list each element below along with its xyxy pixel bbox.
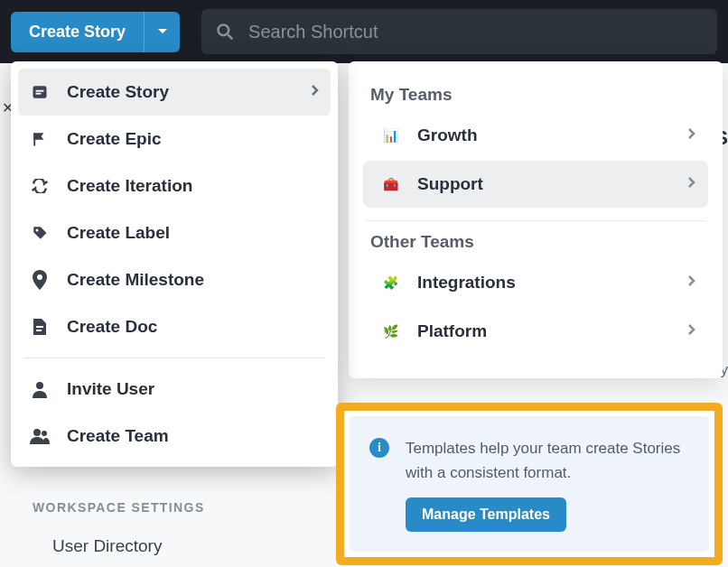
- menu-item-invite-user[interactable]: Invite User: [11, 366, 338, 413]
- team-row-growth[interactable]: 📊 Growth: [363, 112, 708, 159]
- workspace-user-directory[interactable]: User Directory: [52, 536, 205, 556]
- svg-line-1: [228, 34, 232, 39]
- chevron-right-icon: [687, 323, 695, 339]
- team-row-platform[interactable]: 🌿 Platform: [363, 308, 708, 355]
- team-label: Platform: [417, 321, 487, 341]
- iteration-icon: [27, 173, 52, 199]
- teams-divider: [367, 220, 705, 221]
- menu-item-create-story[interactable]: Create Story: [18, 69, 331, 116]
- svg-point-0: [219, 25, 229, 36]
- chevron-right-icon: [687, 274, 695, 291]
- svg-point-11: [33, 429, 41, 436]
- menu-item-label: Create Story: [67, 82, 169, 102]
- menu-item-label: Create Label: [67, 223, 170, 243]
- team-row-integrations[interactable]: 🧩 Integrations: [363, 259, 708, 306]
- svg-point-12: [42, 431, 47, 436]
- search-icon: [216, 23, 234, 41]
- chevron-right-icon: [687, 127, 695, 144]
- integrations-team-icon: 🧩: [379, 272, 401, 293]
- team-row-support[interactable]: 🧰 Support: [363, 161, 708, 208]
- search-bar[interactable]: [201, 9, 717, 54]
- teams-panel: My Teams 📊 Growth 🧰 Support Other Teams …: [349, 61, 723, 378]
- create-story-split-button: Create Story: [11, 12, 180, 52]
- support-team-icon: 🧰: [379, 173, 401, 195]
- milestone-icon: [27, 267, 52, 293]
- menu-item-label: Create Milestone: [67, 270, 204, 290]
- svg-point-6: [36, 229, 39, 232]
- search-input[interactable]: [248, 22, 703, 42]
- info-icon: i: [369, 438, 389, 458]
- svg-point-10: [36, 382, 43, 389]
- growth-team-icon: 📊: [379, 125, 401, 146]
- create-story-button[interactable]: Create Story: [11, 12, 144, 52]
- menu-item-create-label[interactable]: Create Label: [11, 209, 338, 256]
- user-icon: [27, 376, 52, 402]
- svg-rect-5: [33, 133, 35, 145]
- workspace-settings-heading: WORKSPACE SETTINGS: [33, 500, 205, 515]
- menu-item-create-iteration[interactable]: Create Iteration: [11, 163, 338, 209]
- menu-item-label: Create Epic: [67, 129, 162, 149]
- menu-item-label: Create Iteration: [67, 176, 192, 196]
- templates-callout: i Templates help your team create Storie…: [336, 403, 723, 565]
- create-story-dropdown-toggle[interactable]: [144, 12, 180, 52]
- templates-text: Templates help your team create Stories …: [406, 436, 689, 485]
- menu-item-label: Invite User: [67, 379, 154, 399]
- story-icon: [27, 79, 52, 105]
- svg-rect-9: [36, 330, 42, 331]
- svg-rect-3: [36, 90, 44, 92]
- epic-icon: [27, 126, 52, 152]
- team-label: Integrations: [417, 273, 516, 293]
- menu-item-label: Create Team: [67, 426, 169, 446]
- doc-icon: [27, 314, 52, 339]
- chevron-right-icon: [687, 176, 695, 192]
- manage-templates-button[interactable]: Manage Templates: [406, 497, 566, 532]
- svg-rect-4: [36, 93, 42, 95]
- menu-divider: [23, 358, 325, 358]
- menu-item-create-doc[interactable]: Create Doc: [11, 303, 338, 350]
- menu-item-create-team[interactable]: Create Team: [11, 413, 338, 460]
- templates-inner: i Templates help your team create Storie…: [350, 416, 709, 552]
- menu-item-label: Create Doc: [67, 317, 157, 337]
- caret-down-icon: [157, 28, 168, 35]
- templates-content: Templates help your team create Stories …: [406, 436, 689, 532]
- create-dropdown-menu: Create Story Create Epic Create Iteratio…: [11, 61, 338, 467]
- team-label: Growth: [417, 125, 478, 145]
- workspace-settings-section: WORKSPACE SETTINGS User Directory: [33, 500, 205, 556]
- label-icon: [27, 220, 52, 246]
- svg-rect-8: [36, 326, 43, 328]
- menu-item-create-milestone[interactable]: Create Milestone: [11, 256, 338, 303]
- other-teams-heading: Other Teams: [349, 225, 723, 257]
- menu-item-create-epic[interactable]: Create Epic: [11, 116, 338, 163]
- chevron-right-icon: [311, 84, 320, 100]
- my-teams-heading: My Teams: [349, 78, 723, 110]
- team-label: Support: [417, 174, 483, 194]
- platform-team-icon: 🌿: [379, 321, 401, 342]
- svg-point-7: [37, 274, 42, 280]
- svg-rect-2: [33, 86, 47, 98]
- top-bar: Create Story: [0, 0, 728, 63]
- team-icon: [27, 423, 52, 449]
